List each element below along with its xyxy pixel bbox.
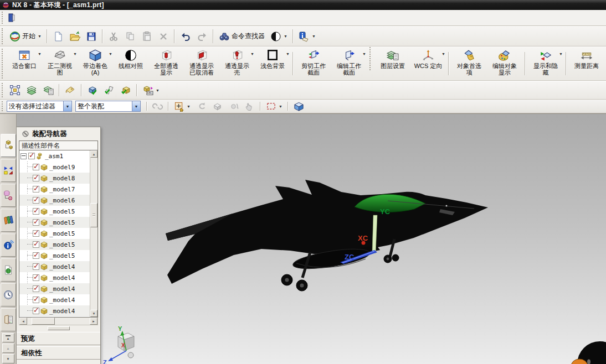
scroll-right-arrow[interactable]: ►: [90, 318, 97, 325]
scroll-down-arrow[interactable]: ▼: [90, 310, 97, 317]
toolbar-button[interactable]: [105, 29, 122, 44]
chevron-down-icon[interactable]: ▼: [250, 52, 254, 56]
toolbar-button[interactable]: ▼ 适合窗口: [7, 47, 42, 80]
resource-tab[interactable]: [1, 209, 16, 232]
checkbox-checked-icon[interactable]: [33, 219, 39, 226]
menu-item[interactable]: [84, 15, 95, 20]
toolbar-button[interactable]: 图层设置: [375, 47, 410, 80]
checkbox-checked-icon[interactable]: [33, 297, 39, 303]
toolbar-button[interactable]: 剪切工作截面: [296, 47, 331, 80]
toolbar-button[interactable]: [291, 100, 307, 113]
menu-item[interactable]: [95, 15, 106, 20]
tree-row[interactable]: _model5: [19, 250, 97, 261]
menu-item[interactable]: [51, 15, 62, 20]
chevron-down-icon[interactable]: ▼: [63, 101, 71, 111]
chevron-down-icon[interactable]: ▼: [187, 105, 191, 108]
toolbar-button[interactable]: [150, 100, 166, 113]
scroll-up-arrow[interactable]: ▲: [90, 150, 97, 158]
menu-item[interactable]: [106, 15, 117, 20]
toolbar-button[interactable]: [209, 100, 225, 113]
toolbar-button[interactable]: ▼ 显示和隐藏: [528, 47, 563, 80]
toolbar-button[interactable]: ▼: [296, 29, 319, 44]
toolbar-button[interactable]: ▼ WCS 定向: [410, 47, 446, 80]
graphics-window[interactable]: YC XC ZC X Y Z: [0, 113, 606, 364]
checkbox-checked-icon[interactable]: [33, 285, 39, 292]
menu-item[interactable]: [62, 15, 73, 20]
tree-row[interactable]: _model5: [19, 228, 97, 239]
toolbar-button[interactable]: ▼: [171, 100, 193, 113]
checkbox-checked-icon[interactable]: [33, 241, 39, 248]
chevron-down-icon[interactable]: ▼: [362, 52, 366, 56]
tree-row[interactable]: _model4: [19, 294, 97, 305]
chevron-down-icon[interactable]: ▼: [286, 52, 290, 56]
toolbar-button[interactable]: 命令查找器: [216, 29, 268, 44]
toolbar-button[interactable]: 线框对照: [113, 47, 148, 80]
chevron-down-icon[interactable]: ▼: [38, 52, 42, 56]
toolbar-button[interactable]: [84, 83, 101, 97]
scroll-left-arrow[interactable]: ◄: [19, 318, 27, 325]
chevron-down-icon[interactable]: ▼: [312, 34, 316, 38]
horizontal-scrollbar[interactable]: ◄ ►: [19, 318, 98, 325]
toolbar-button[interactable]: [50, 29, 66, 44]
chevron-down-icon[interactable]: ▼: [559, 52, 563, 56]
menu-item[interactable]: [29, 15, 40, 20]
selection-scope-combo[interactable]: 整个装配 ▼: [75, 101, 141, 112]
checkbox-checked-icon[interactable]: [33, 252, 39, 259]
toolbar-button[interactable]: [101, 83, 117, 97]
toolbar-button[interactable]: [194, 29, 210, 44]
toolbar-button[interactable]: 通透显示已取消着: [184, 47, 219, 80]
chevron-down-icon[interactable]: ▼: [109, 52, 112, 56]
toolbar-button[interactable]: [138, 29, 155, 44]
toolbar-button[interactable]: [40, 83, 57, 97]
toolbar-button[interactable]: 测量距离: [569, 47, 604, 80]
checkbox-checked-icon[interactable]: [33, 175, 39, 181]
chevron-down-icon[interactable]: ▼: [132, 101, 140, 111]
toolbar-button[interactable]: 对象首选项: [451, 47, 487, 80]
checkbox-checked-icon[interactable]: [33, 308, 39, 314]
toolbar-button[interactable]: [62, 83, 79, 97]
selection-filter-combo[interactable]: 没有选择过滤器 ▼: [7, 101, 72, 112]
navigator-pin-icon[interactable]: [22, 131, 29, 137]
aircraft-model[interactable]: [166, 180, 488, 291]
checkbox-checked-icon[interactable]: [28, 153, 35, 159]
resource-tab[interactable]: [1, 159, 16, 182]
toolbar-button[interactable]: 全部通透显示: [148, 47, 184, 80]
menu-item[interactable]: [117, 15, 129, 20]
checkbox-checked-icon[interactable]: [33, 197, 39, 204]
toolbar-button[interactable]: ▼: [268, 29, 290, 44]
resource-tab[interactable]: [1, 233, 16, 257]
tree-row[interactable]: _model4: [19, 272, 97, 283]
collapse-icon[interactable]: [20, 153, 27, 159]
chevron-down-icon[interactable]: ▼: [38, 34, 42, 38]
toolbar-button[interactable]: ▼ 通透显示壳: [219, 47, 255, 80]
tree-row[interactable]: _model6: [19, 195, 97, 206]
toolbar-button[interactable]: ▼: [263, 100, 285, 113]
tree-row[interactable]: _model9: [19, 162, 97, 173]
resource-tab[interactable]: [1, 308, 16, 331]
menu-item[interactable]: [140, 15, 151, 20]
toolbar-button[interactable]: [66, 29, 83, 44]
toolbar-button[interactable]: 开始 ▼: [7, 29, 44, 44]
toolbar-button[interactable]: [23, 83, 40, 97]
tree-row[interactable]: _model4: [19, 305, 97, 316]
tree-row[interactable]: _model5: [19, 206, 97, 217]
resource-tab[interactable]: [1, 258, 16, 282]
preview-section-header[interactable]: 预览: [17, 332, 100, 345]
dependencies-section-header[interactable]: 相依性: [17, 346, 100, 360]
resource-tab[interactable]: [1, 134, 16, 157]
toolbar-button[interactable]: ▼ 浅色背景: [255, 47, 290, 80]
tree-root-row[interactable]: _asm1: [19, 150, 97, 162]
chevron-down-icon[interactable]: ▼: [73, 52, 77, 56]
scroll-down-button[interactable]: ▼: [2, 354, 14, 363]
checkbox-checked-icon[interactable]: [33, 263, 39, 270]
tree-row[interactable]: _model4: [19, 283, 97, 294]
toolbar-button[interactable]: [177, 29, 194, 44]
menu-item[interactable]: [18, 15, 29, 20]
tree-row[interactable]: _model8: [19, 173, 97, 184]
toolbar-button[interactable]: ▼ 正二测视图: [42, 47, 78, 80]
checkbox-checked-icon[interactable]: [33, 186, 39, 193]
toolbar-button[interactable]: [155, 29, 172, 44]
resource-tab[interactable]: [1, 184, 16, 207]
column-header[interactable]: 描述性部件名: [19, 141, 98, 150]
checkbox-checked-icon[interactable]: [33, 208, 39, 215]
